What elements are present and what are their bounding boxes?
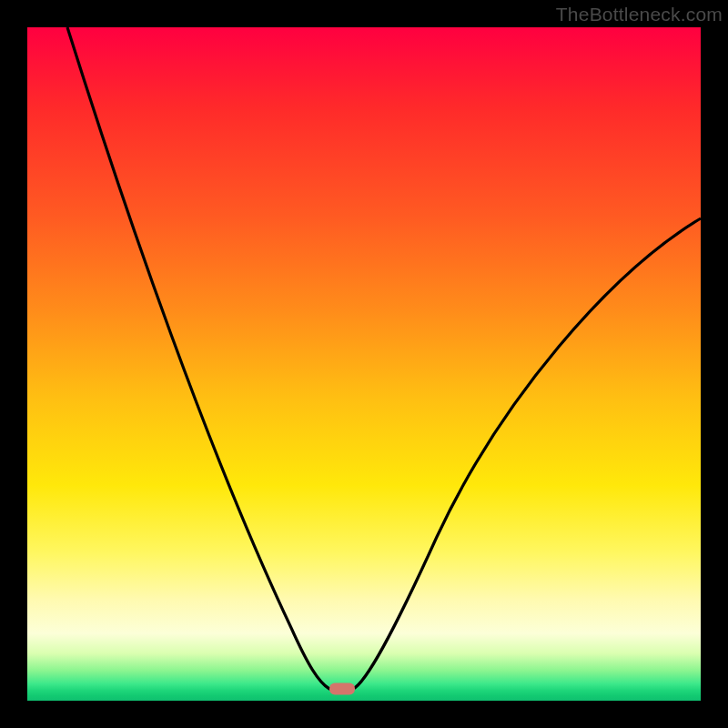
watermark-text: TheBottleneck.com (556, 4, 723, 25)
optimal-marker (329, 682, 355, 694)
bottleneck-curve (67, 27, 701, 689)
curve-svg (27, 27, 701, 701)
plot-area (27, 27, 701, 701)
chart-frame: TheBottleneck.com (0, 0, 728, 728)
